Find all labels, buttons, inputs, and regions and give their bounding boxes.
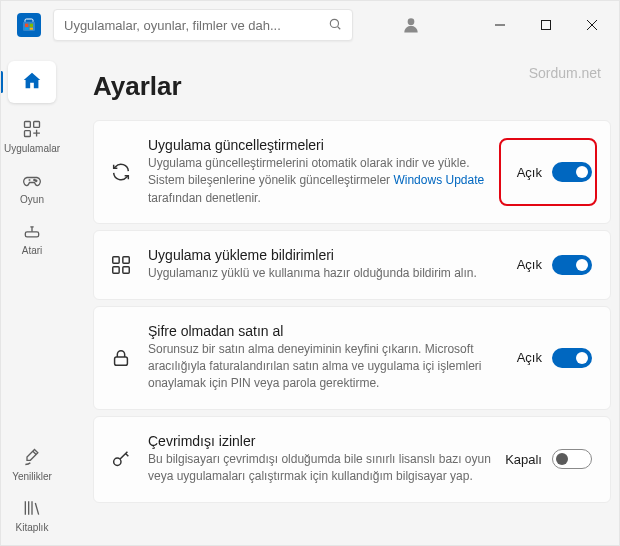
apps-icon — [22, 119, 42, 141]
sidebar-item-apps[interactable]: Uygulamalar — [2, 119, 62, 154]
svg-rect-0 — [23, 22, 35, 31]
layout: Uygulamalar Oyun Atari Yenilikler Kitap — [1, 49, 619, 545]
svg-rect-14 — [113, 257, 119, 263]
svg-point-19 — [114, 458, 121, 465]
setting-desc: Sorunsuz bir satın alma deneyiminin keyf… — [148, 341, 492, 393]
atari-icon — [22, 221, 42, 243]
setting-title: Şifre olmadan satın al — [148, 323, 492, 339]
svg-rect-9 — [34, 122, 40, 128]
svg-rect-3 — [25, 28, 28, 30]
key-icon — [108, 448, 134, 470]
svg-rect-8 — [25, 122, 31, 128]
setting-buy-without-password: Şifre olmadan satın al Sorunsuz bir satı… — [93, 306, 611, 410]
setting-title: Uygulama güncelleştirmeleri — [148, 137, 492, 153]
toggle-app-updates[interactable] — [552, 162, 592, 182]
sidebar-item-label: Atari — [22, 245, 43, 256]
svg-rect-1 — [25, 24, 28, 27]
sync-icon — [108, 161, 134, 183]
sidebar-item-atari[interactable]: Atari — [2, 221, 62, 256]
home-icon — [21, 70, 43, 94]
setting-install-notifications: Uygulama yükleme bildirimleri Uygulamanı… — [93, 230, 611, 299]
svg-rect-17 — [123, 267, 129, 273]
sidebar: Uygulamalar Oyun Atari Yenilikler Kitap — [1, 49, 63, 545]
svg-point-12 — [36, 180, 37, 181]
svg-rect-7 — [542, 21, 551, 30]
toggle-state: Kapalı — [505, 452, 542, 467]
toggle-state: Açık — [517, 165, 542, 180]
setting-desc: Uygulamanız yüklü ve kullanıma hazır old… — [148, 265, 492, 282]
sidebar-item-label: Yenilikler — [12, 471, 52, 482]
svg-point-5 — [330, 19, 338, 27]
svg-rect-10 — [25, 131, 31, 137]
search-placeholder: Uygulamalar, oyunlar, filmler ve dah... — [64, 18, 328, 33]
sidebar-item-label: Kitaplık — [16, 522, 49, 533]
close-button[interactable] — [569, 5, 615, 45]
toggle-offline-permissions[interactable] — [552, 449, 592, 469]
window-controls — [477, 5, 615, 45]
svg-rect-13 — [25, 232, 38, 237]
search-icon — [328, 17, 342, 34]
setting-desc: Uygulama güncelleştirmelerini otomatik o… — [148, 155, 492, 207]
sidebar-item-label: Uygulamalar — [4, 143, 60, 154]
windows-update-link[interactable]: Windows Update — [393, 173, 484, 187]
setting-title: Çevrimdışı izinler — [148, 433, 491, 449]
store-logo-icon — [17, 13, 41, 37]
setting-desc: Bu bilgisayarı çevrimdışı olduğumda bile… — [148, 451, 491, 486]
minimize-button[interactable] — [477, 5, 523, 45]
search-input[interactable]: Uygulamalar, oyunlar, filmler ve dah... — [53, 9, 353, 41]
user-button[interactable] — [393, 7, 429, 43]
toggle-buy-without-password[interactable] — [552, 348, 592, 368]
maximize-button[interactable] — [523, 5, 569, 45]
game-icon — [22, 170, 42, 192]
sidebar-item-home[interactable] — [8, 61, 56, 103]
toggle-install-notifications[interactable] — [552, 255, 592, 275]
sidebar-item-news[interactable]: Yenilikler — [2, 447, 62, 482]
lock-icon — [108, 347, 134, 369]
sidebar-item-game[interactable]: Oyun — [2, 170, 62, 205]
svg-rect-4 — [30, 28, 33, 30]
svg-point-6 — [408, 18, 415, 25]
apps-icon — [108, 254, 134, 276]
library-icon — [22, 498, 42, 520]
toggle-state: Açık — [517, 350, 542, 365]
toggle-state: Açık — [517, 257, 542, 272]
svg-rect-2 — [30, 24, 33, 27]
svg-rect-18 — [115, 357, 128, 365]
setting-title: Uygulama yükleme bildirimleri — [148, 247, 492, 263]
svg-rect-16 — [113, 267, 119, 273]
sidebar-item-library[interactable]: Kitaplık — [2, 498, 62, 533]
watermark: Sordum.net — [529, 65, 601, 81]
titlebar: Uygulamalar, oyunlar, filmler ve dah... — [1, 1, 619, 49]
svg-rect-15 — [123, 257, 129, 263]
bell-icon — [22, 447, 42, 469]
setting-offline-permissions: Çevrimdışı izinler Bu bilgisayarı çevrim… — [93, 416, 611, 503]
setting-app-updates: Uygulama güncelleştirmeleri Uygulama gün… — [93, 120, 611, 224]
content: Sordum.net Ayarlar Uygulama güncelleştir… — [63, 49, 619, 545]
sidebar-item-label: Oyun — [20, 194, 44, 205]
